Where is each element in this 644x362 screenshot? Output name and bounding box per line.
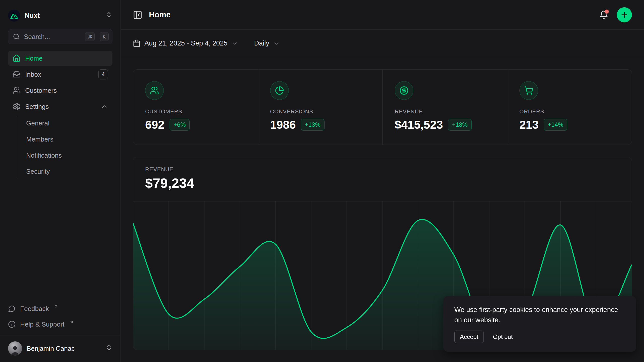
pie-chart-icon bbox=[270, 81, 289, 100]
opt-out-button[interactable]: Opt out bbox=[493, 333, 513, 340]
date-range-label: Aug 21, 2025 - Sep 4, 2025 bbox=[144, 39, 227, 47]
calendar-icon bbox=[133, 40, 140, 47]
notification-dot bbox=[605, 10, 609, 14]
user-name: Benjamin Canac bbox=[27, 345, 75, 352]
sidebar-item-members[interactable]: Members bbox=[26, 131, 112, 147]
sidebar-nav: Home Inbox 4 Customers Settings bbox=[0, 51, 120, 179]
chevrons-up-down-icon bbox=[105, 11, 112, 20]
notifications-button[interactable] bbox=[599, 10, 608, 19]
revenue-chart-label: REVENUE bbox=[145, 166, 620, 173]
filters-toolbar: Aug 21, 2025 - Sep 4, 2025 Daily bbox=[121, 30, 644, 57]
page-title: Home bbox=[149, 10, 171, 19]
sidebar-item-customers[interactable]: Customers bbox=[8, 83, 112, 98]
cookie-banner: We use first-party cookies to enhance yo… bbox=[443, 296, 636, 352]
kbd-k: K bbox=[100, 32, 109, 41]
stat-revenue[interactable]: REVENUE $415,523 +18% bbox=[382, 70, 507, 145]
dollar-circle-icon bbox=[395, 81, 413, 100]
sidebar-item-inbox[interactable]: Inbox 4 bbox=[8, 67, 112, 82]
user-menu[interactable]: Benjamin Canac bbox=[8, 340, 112, 356]
sidebar-item-label: Inbox bbox=[25, 71, 41, 78]
info-circle-icon bbox=[8, 321, 16, 328]
external-link-icon bbox=[69, 320, 74, 324]
chat-bubble-icon bbox=[8, 305, 16, 312]
stat-value: $415,523 bbox=[395, 118, 443, 131]
sidebar-item-home[interactable]: Home bbox=[8, 51, 112, 66]
stats-card: CUSTOMERS 692 +6% CONVERSIONS 1986 +13% bbox=[133, 69, 632, 145]
stat-delta-badge: +14% bbox=[544, 119, 567, 131]
period-label: Daily bbox=[254, 39, 269, 47]
feedback-link[interactable]: Feedback bbox=[8, 301, 112, 316]
settings-subnav: General Members Notifications Security bbox=[8, 115, 112, 179]
accept-button[interactable]: Accept bbox=[454, 331, 484, 343]
help-support-link[interactable]: Help & Support bbox=[8, 316, 112, 332]
avatar bbox=[8, 341, 22, 355]
sidebar-item-general[interactable]: General bbox=[26, 115, 112, 131]
search-input[interactable]: Search... ⌘ K bbox=[8, 29, 112, 44]
chevron-down-icon bbox=[231, 40, 238, 47]
inbox-count-badge: 4 bbox=[98, 69, 108, 79]
stat-orders[interactable]: ORDERS 213 +14% bbox=[507, 70, 632, 145]
sidebar-item-label: Customers bbox=[25, 87, 57, 95]
search-placeholder: Search... bbox=[24, 33, 80, 41]
stat-label: CONVERSIONS bbox=[270, 108, 371, 115]
date-range-picker[interactable]: Aug 21, 2025 - Sep 4, 2025 bbox=[133, 39, 238, 47]
stat-delta-badge: +13% bbox=[301, 119, 325, 131]
plus-icon bbox=[620, 11, 629, 19]
search-icon bbox=[13, 33, 20, 40]
stat-conversions[interactable]: CONVERSIONS 1986 +13% bbox=[258, 70, 383, 145]
inbox-icon bbox=[13, 70, 21, 78]
stat-label: ORDERS bbox=[519, 108, 620, 115]
period-select[interactable]: Daily bbox=[254, 39, 280, 47]
feedback-label: Feedback bbox=[20, 305, 49, 313]
kbd-cmd: ⌘ bbox=[85, 32, 95, 41]
cookie-message: We use first-party cookies to enhance yo… bbox=[454, 305, 625, 325]
cart-icon bbox=[519, 81, 538, 100]
sidebar: Nuxt Search... ⌘ K Home bbox=[0, 0, 121, 362]
sidebar-item-settings[interactable]: Settings bbox=[8, 99, 112, 114]
stat-value: 1986 bbox=[270, 118, 296, 131]
stat-delta-badge: +18% bbox=[448, 119, 472, 131]
page-header: Home bbox=[121, 0, 644, 30]
stat-label: CUSTOMERS bbox=[145, 108, 246, 115]
collapse-sidebar-button[interactable] bbox=[133, 10, 142, 20]
chevrons-up-down-icon bbox=[105, 344, 112, 353]
revenue-chart-value: $79,234 bbox=[145, 175, 620, 191]
panel-left-close-icon bbox=[133, 10, 142, 20]
add-button[interactable] bbox=[617, 7, 632, 22]
sidebar-item-security[interactable]: Security bbox=[26, 163, 112, 179]
chevron-up-icon bbox=[101, 103, 108, 110]
sidebar-item-label: Home bbox=[25, 55, 43, 62]
users-icon bbox=[13, 86, 21, 95]
external-link-icon bbox=[54, 304, 58, 309]
stat-delta-badge: +6% bbox=[170, 119, 190, 131]
users-icon bbox=[145, 81, 164, 100]
stat-value: 213 bbox=[519, 118, 539, 131]
team-name: Nuxt bbox=[25, 12, 40, 20]
stat-value: 692 bbox=[145, 118, 165, 131]
gear-icon bbox=[13, 103, 21, 111]
help-support-label: Help & Support bbox=[20, 321, 64, 328]
stat-customers[interactable]: CUSTOMERS 692 +6% bbox=[133, 70, 258, 145]
chevron-down-icon bbox=[273, 40, 280, 47]
sidebar-item-label: Settings bbox=[25, 103, 49, 111]
team-switcher[interactable]: Nuxt bbox=[8, 8, 112, 24]
home-icon bbox=[13, 54, 21, 62]
nuxt-logo-icon bbox=[8, 10, 20, 22]
stat-label: REVENUE bbox=[395, 108, 495, 115]
sidebar-item-notifications[interactable]: Notifications bbox=[26, 147, 112, 163]
